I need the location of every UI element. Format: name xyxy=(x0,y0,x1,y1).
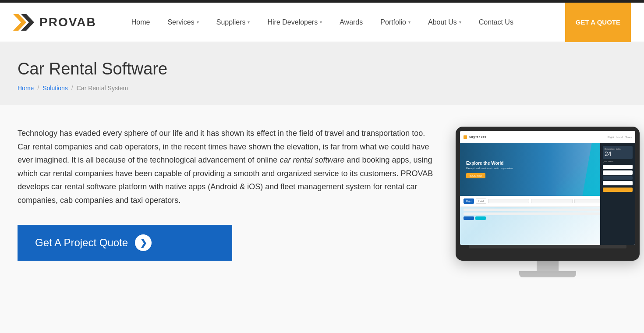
screen-nav-dot-3: Tours xyxy=(625,136,632,138)
monitor-screen-outer: Skytreker Flight Hotel Tours xyxy=(456,127,640,261)
screen-sidebar-item-1 xyxy=(603,176,633,180)
nav-portfolio[interactable]: Portfolio ▾ xyxy=(372,3,419,42)
monitor-stand-neck xyxy=(537,261,559,271)
body-paragraph: Technology has evaded every sphere of ou… xyxy=(18,127,438,207)
page-title: Car Rental Software xyxy=(18,60,626,78)
main-content: Technology has evaded every sphere of ou… xyxy=(0,105,644,333)
screen-result-btn-2 xyxy=(475,216,486,220)
cta-arrow-circle: ❯ xyxy=(135,234,152,251)
screen-hero-sub: Exceptional service without compromise xyxy=(466,167,513,170)
nav-about-us[interactable]: About Us ▾ xyxy=(419,3,470,42)
screen-sidebar: Bangalore, India 24 Quick Search xyxy=(600,143,635,245)
screen-tab-hotel: Hotel xyxy=(476,198,486,204)
cta-button-label: Get A Project Quote xyxy=(35,237,128,249)
logo[interactable]: PROVAB xyxy=(13,14,96,31)
screen-tab-flight: Flight xyxy=(464,198,474,204)
portfolio-caret: ▾ xyxy=(408,20,410,25)
breadcrumb-home[interactable]: Home xyxy=(18,85,34,92)
screen-nav-dot-2: Hotel xyxy=(616,136,623,138)
screen-result-btn-1 xyxy=(464,216,474,220)
breadcrumb-solutions[interactable]: Solutions xyxy=(42,85,68,92)
suppliers-caret: ▾ xyxy=(248,20,250,25)
breadcrumb-current: Car Rental System xyxy=(77,85,128,92)
get-quote-button[interactable]: Get A Project Quote ❯ xyxy=(18,225,232,261)
monitor-illustration: Skytreker Flight Hotel Tours xyxy=(456,127,640,277)
screen-logo-area: Skytreker xyxy=(464,135,487,139)
about-caret: ▾ xyxy=(459,20,461,25)
screen-sidebar-input-3 xyxy=(603,181,633,185)
nav-contact-us[interactable]: Contact Us xyxy=(470,3,522,42)
breadcrumb-sep-2: / xyxy=(71,85,73,92)
breadcrumb-sep-1: / xyxy=(37,85,39,92)
content-right: Skytreker Flight Hotel Tours xyxy=(456,127,640,324)
logo-icon xyxy=(13,14,35,31)
screen-hero-title: Explore the World xyxy=(466,161,513,166)
screen-orange-button: BOOK NOW xyxy=(466,173,485,178)
screen-search-input-from xyxy=(488,199,529,203)
hire-caret: ▾ xyxy=(320,20,322,25)
screen-weather-widget: Bangalore, India 24 xyxy=(603,146,633,159)
screen-sidebar-search-btn xyxy=(603,188,633,192)
monitor-stand-base xyxy=(519,271,576,277)
monitor-chin xyxy=(469,245,626,248)
breadcrumb: Home / Solutions / Car Rental System xyxy=(18,85,626,92)
screen-nav-dots: Flight Hotel Tours xyxy=(608,136,632,138)
screen-nav-dot-1: Flight xyxy=(608,136,614,138)
screen-sidebar-input-1 xyxy=(603,165,633,169)
hero-section: Car Rental Software Home / Solutions / C… xyxy=(0,42,644,105)
screen-sidebar-input-2 xyxy=(603,170,633,175)
monitor-screen: Skytreker Flight Hotel Tours xyxy=(460,131,635,245)
screen-search-input-to xyxy=(531,199,572,203)
screen-weather-temp: 24 xyxy=(605,150,631,157)
content-left: Technology has evaded every sphere of ou… xyxy=(18,127,438,324)
screen-logo-dot xyxy=(464,135,467,139)
logo-text: PROVAB xyxy=(39,15,96,29)
body-text-italic: car rental software xyxy=(280,156,344,164)
nav-services[interactable]: Services ▾ xyxy=(159,3,207,42)
header: PROVAB Home Services ▾ Suppliers ▾ Hire … xyxy=(0,3,644,42)
screen-logo-text: Skytreker xyxy=(469,135,487,138)
screen-header-bar: Skytreker Flight Hotel Tours xyxy=(460,131,635,143)
nav-awards[interactable]: Awards xyxy=(331,3,372,42)
nav-hire-developers[interactable]: Hire Developers ▾ xyxy=(258,3,331,42)
main-nav: Home Services ▾ Suppliers ▾ Hire Develop… xyxy=(123,3,565,42)
screen-sidebar-label: Quick Search xyxy=(603,160,633,163)
services-caret: ▾ xyxy=(197,20,199,25)
screen-hero-text: Explore the World Exceptional service wi… xyxy=(466,161,513,178)
header-cta-button[interactable]: GET A QUOTE xyxy=(565,3,631,42)
cta-arrow-icon: ❯ xyxy=(140,237,147,248)
nav-home[interactable]: Home xyxy=(123,3,159,42)
nav-suppliers[interactable]: Suppliers ▾ xyxy=(208,3,259,42)
screen-content: Skytreker Flight Hotel Tours xyxy=(460,131,635,245)
